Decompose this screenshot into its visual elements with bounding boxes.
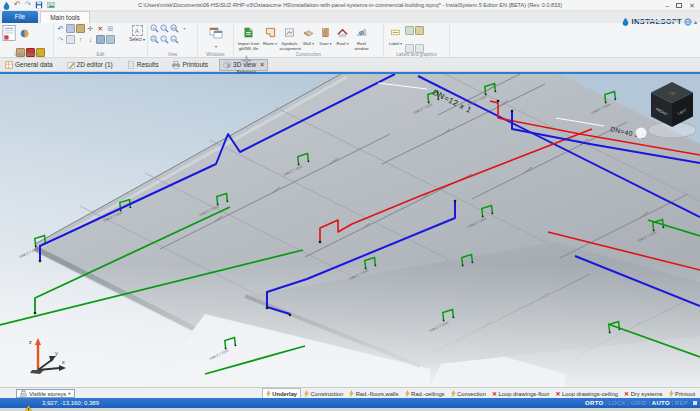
mode-rep[interactable]: REP [675, 400, 688, 406]
raise-icon[interactable]: ↑ [76, 35, 85, 44]
layer-tab-label: Construction [311, 391, 344, 397]
pipe-node[interactable] [511, 110, 514, 113]
brand-tagline [638, 20, 678, 22]
view-more-icon[interactable]: ▾ [180, 24, 189, 33]
storeys-label: Visible storeys [29, 391, 66, 397]
ribbon-group-label: Construction [234, 52, 383, 57]
zoom-window-icon[interactable]: □ [150, 35, 159, 44]
pipe-node[interactable] [39, 260, 42, 263]
pipe-node[interactable] [319, 241, 322, 244]
doc-tab-label: General data [15, 61, 53, 68]
close-button[interactable]: ✕ [689, 1, 695, 10]
wall-button[interactable]: Wall ▾ [301, 24, 317, 47]
redo-icon[interactable]: ↷ [25, 1, 32, 9]
app-window: ↶ ↷ C:\Users\misk\Documents\06-HS\SUZ-RH… [0, 0, 700, 411]
zoom-object-icon[interactable]: ◦ [160, 35, 169, 44]
mode-orto[interactable]: ORTO [585, 400, 603, 406]
title-bar: ↶ ↷ C:\Users\misk\Documents\06-HS\SUZ-RH… [0, 0, 700, 11]
mirror-v-icon[interactable] [106, 35, 115, 44]
zoom-out-icon[interactable]: − [160, 24, 169, 33]
flash-icon [451, 390, 456, 398]
ribbon-group-labels: Label ▾Labels and graphics [384, 23, 450, 58]
window-title: C:\Users\misk\Documents\06-HS\SUZ-RHP-v3… [0, 2, 700, 8]
pipe-node[interactable] [454, 200, 457, 203]
calculations-icon[interactable] [2, 28, 17, 45]
button-label: Room ▾ [262, 42, 279, 47]
button-label: Door ▾ [318, 42, 334, 47]
undo-icon[interactable]: ↶ [14, 1, 21, 9]
copy-icon[interactable] [66, 24, 75, 33]
ribbon-tab-main-tools[interactable]: Main tools [40, 11, 90, 23]
doc-tab-results[interactable]: Results [124, 60, 162, 70]
layer-tab-label: Dry systems [631, 391, 663, 397]
save-icon[interactable] [35, 1, 43, 9]
ribbon-group-label: Edit [54, 52, 147, 57]
flash-icon [266, 390, 271, 398]
options-icon[interactable] [20, 24, 29, 41]
window-controls: – ✕ [665, 1, 700, 10]
export-image-icon[interactable] [47, 1, 55, 9]
pipe-node[interactable] [266, 307, 269, 310]
mode-auto[interactable]: AUTO [652, 400, 670, 406]
door-button[interactable]: Door ▾ [318, 24, 334, 47]
maximize-button[interactable] [676, 3, 682, 8]
roof-icon [337, 24, 348, 41]
select-button[interactable]: ASelect ▾ [129, 24, 145, 42]
close-tab-icon[interactable]: × [260, 61, 264, 68]
symbols-assignment-button[interactable]: Symbols assignment [280, 24, 300, 52]
pipe-node[interactable] [34, 312, 37, 315]
pipe-node[interactable] [289, 314, 292, 317]
3d-scene[interactable]: total 2.7 l/2mtotal 2.7 l/2mtotal 2.7 l/… [0, 74, 700, 387]
status-bar: ! 3,927; -13,160; 0,389 ORTO|LOCK|GRID|A… [0, 398, 700, 408]
move-icon[interactable]: ✛ [86, 24, 95, 33]
ribbon-group-calc: Calculations [0, 23, 54, 58]
ribbon-tab-file[interactable]: File [2, 11, 38, 23]
axis-label-y: y [55, 350, 58, 356]
mirror-h-icon[interactable] [96, 35, 105, 44]
quick-access-toolbar: ↶ ↷ [0, 0, 55, 11]
minimize-button[interactable]: – [665, 1, 669, 10]
doc-tab-general-data[interactable]: General data [2, 60, 56, 70]
label-icon [390, 24, 401, 41]
roof-button[interactable]: Roof ▾ [335, 24, 351, 47]
visible-storeys-button[interactable]: Visible storeys ▾ [16, 389, 75, 398]
mode-lock[interactable]: LOCK [608, 400, 626, 406]
zoom-extents-icon[interactable]: ▭ [170, 24, 179, 33]
doc-tab-2d-editor-1-[interactable]: 2D editor (1) [64, 60, 116, 70]
mode-grid[interactable]: GRID [631, 400, 647, 406]
cursor-coordinates: 3,927; -13,160; 0,389 [42, 400, 99, 406]
windows-dropdown-icon[interactable]: ▾ [200, 44, 232, 49]
help-globe-icon[interactable] [684, 12, 692, 30]
legend-icon[interactable] [415, 26, 424, 35]
collapse-ribbon-icon[interactable]: ▴ [694, 18, 697, 25]
navigation-marker[interactable] [636, 128, 647, 139]
lower-icon[interactable]: ↓ [86, 35, 95, 44]
pipe-node[interactable] [497, 100, 500, 103]
pan-icon[interactable]: ↔ [170, 35, 179, 44]
ribbon: Calculations↶✛✕⊞↷↑↓ASelect ▾Edit+−▭▾□◦↔V… [0, 23, 700, 58]
flash-icon [304, 390, 309, 398]
label-button[interactable]: Label ▾ [387, 24, 405, 47]
flash-icon [349, 390, 354, 398]
redo-icon[interactable]: ↷ [56, 35, 65, 44]
undo-icon[interactable]: ↶ [56, 24, 65, 33]
ribbon-group-label: Labels and graphics [384, 52, 449, 57]
room-button[interactable]: Room ▾ [262, 24, 279, 47]
button-label: Roof ▾ [335, 42, 351, 47]
flash-icon [405, 390, 410, 398]
select-marquee-icon: A [132, 25, 143, 36]
zoom-in-icon[interactable]: + [150, 24, 159, 33]
import-from-gbxml-file-button[interactable]: Import from gbXML file [237, 24, 261, 52]
doc-tab-printouts[interactable]: Printouts [169, 60, 211, 70]
rectangle-icon[interactable] [66, 35, 75, 44]
array-icon[interactable]: ⊞ [106, 24, 115, 33]
app-droplet-icon [3, 1, 10, 10]
status-grip[interactable] [693, 401, 697, 405]
windows-icon[interactable] [209, 26, 223, 43]
delete-icon[interactable]: ✕ [96, 24, 105, 33]
paste-icon[interactable] [76, 24, 85, 33]
3d-viewport[interactable]: total 2.7 l/2mtotal 2.7 l/2mtotal 2.7 l/… [0, 74, 700, 387]
picture-icon[interactable] [405, 26, 414, 35]
warning-icon[interactable]: ! [24, 399, 33, 411]
roof-window-button[interactable]: Roof window [352, 24, 372, 52]
